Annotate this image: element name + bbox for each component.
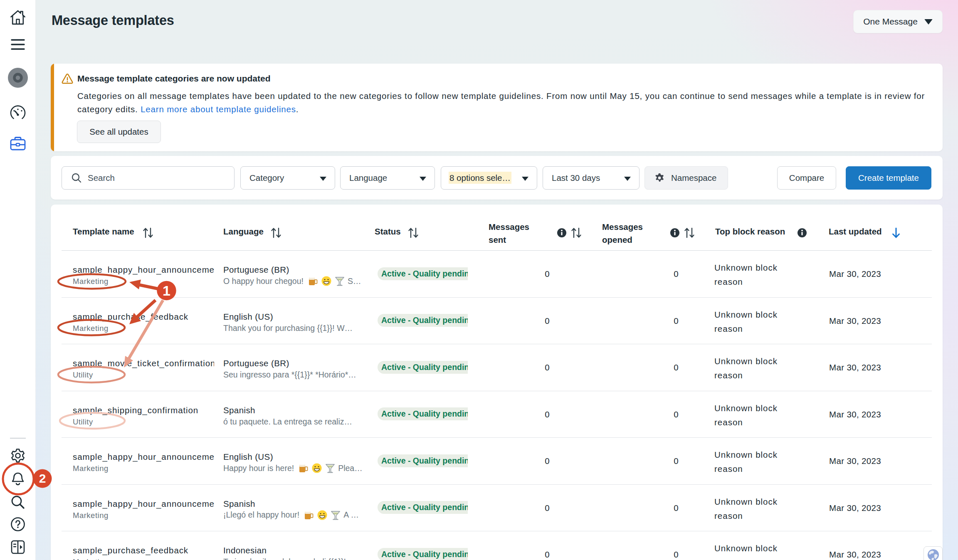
svg-text:2: 2: [39, 471, 46, 485]
svg-text:1: 1: [163, 283, 170, 299]
